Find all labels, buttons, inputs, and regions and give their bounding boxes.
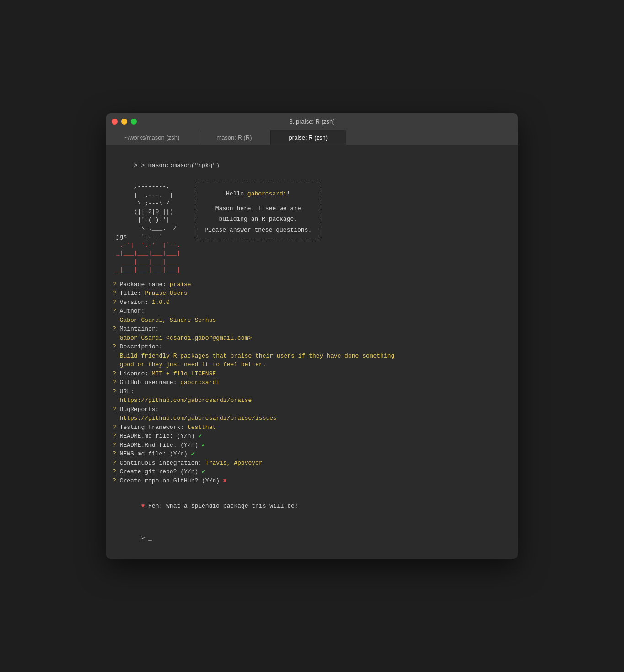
- qa-description-1: Build friendly R packages that praise th…: [113, 352, 511, 361]
- ascii-line-5: |'-(_)-'|: [113, 216, 180, 224]
- bubble-greeting: Hello gaborcsardi!: [204, 189, 312, 199]
- username: gaborcsardi: [247, 190, 287, 197]
- qa-maintainer-value: Gabor Csardi <csardi.gabor@gmail.com>: [113, 334, 511, 343]
- final-message-section: ♥ Heh! What a splendid package this will…: [113, 493, 511, 520]
- minimize-button[interactable]: [121, 119, 127, 125]
- qa-url-label: ? URL:: [113, 387, 511, 396]
- final-prompt-section: > _: [113, 525, 511, 552]
- ascii-line-8: .-'| '.-' |`--.: [113, 241, 180, 249]
- terminal-body: > > mason::mason("rpkg") ,--------, | .-…: [106, 145, 518, 559]
- qa-readme-rmd: ? README.Rmd file: (Y/n) ✔: [113, 441, 511, 450]
- final-prompt-line: > _: [113, 525, 511, 552]
- final-message: ♥ Heh! What a splendid package this will…: [113, 493, 511, 520]
- ascii-line-11: _|___|___|___|___|: [113, 266, 180, 274]
- close-button[interactable]: [112, 119, 118, 125]
- qa-github-repo: ? Create repo on GitHub? (Y/n) ✖: [113, 477, 511, 486]
- qa-license: ? License: MIT + file LICENSE: [113, 369, 511, 379]
- maximize-button[interactable]: [131, 119, 137, 125]
- ascii-line-3: \ ;---\ /: [113, 200, 180, 208]
- qa-author-value: Gabor Csardi, Sindre Sorhus: [113, 316, 511, 325]
- qa-github-username: ? GitHub username: gaborcsardi: [113, 378, 511, 387]
- final-prompt-char: >: [141, 535, 148, 542]
- ascii-section: ,--------, | .---. | \ ;---\ / (|| 0|0 |…: [113, 183, 511, 274]
- qa-bugreports-value: https://github.com/gaborcsardi/praise/is…: [113, 414, 511, 423]
- qa-git-repo: ? Create git repo? (Y/n) ✔: [113, 467, 511, 477]
- heart-icon: ♥: [141, 503, 148, 509]
- qa-author-label: ? Author:: [113, 307, 511, 316]
- tab-praise[interactable]: praise: R (zsh): [271, 130, 347, 145]
- qa-title: ? Title: Praise Users: [113, 289, 511, 298]
- qa-version: ? Version: 1.0.0: [113, 298, 511, 307]
- terminal-window: 3. praise: R (zsh) ~/works/mason (zsh) m…: [106, 113, 518, 559]
- qa-testing: ? Testing framework: testthat: [113, 423, 511, 432]
- ascii-line-9: _|___|___|___|___|: [113, 249, 180, 258]
- ascii-line-1: ,--------,: [113, 183, 180, 191]
- tab-works[interactable]: ~/works/mason (zsh): [106, 130, 198, 145]
- qa-maintainer-label: ? Maintainer:: [113, 325, 511, 334]
- ascii-art: ,--------, | .---. | \ ;---\ / (|| 0|0 |…: [113, 183, 180, 274]
- prompt-line: > > mason::mason("rpkg"): [113, 152, 511, 179]
- qa-news-md: ? NEWS.md file: (Y/n) ✔: [113, 450, 511, 459]
- ascii-line-7: jgs '.- .': [113, 233, 180, 241]
- ascii-line-4: (|| 0|0 ||): [113, 208, 180, 216]
- qa-url-value: https://github.com/gaborcsardi/praise: [113, 396, 511, 405]
- qa-description-2: good or they just need it to feel better…: [113, 360, 511, 369]
- cursor: _: [148, 535, 152, 542]
- qa-bugreports-label: ? BugReports:: [113, 405, 511, 414]
- window-title: 3. praise: R (zsh): [290, 118, 335, 125]
- ascii-line-2: | .---. |: [113, 191, 180, 200]
- qa-readme-md: ? README.md file: (Y/n) ✔: [113, 432, 511, 441]
- ascii-line-10: ___|___|___|___: [113, 258, 180, 266]
- qa-ci: ? Continuous integration: Travis, Appvey…: [113, 459, 511, 468]
- qa-package-name: ? Package name: praise: [113, 280, 511, 289]
- bubble-body: Mason here. I see we are building an R p…: [204, 203, 312, 235]
- qa-section: ? Package name: praise ? Title: Praise U…: [113, 280, 511, 486]
- command-text: > mason::mason("rpkg"): [141, 162, 220, 169]
- final-message-text: Heh! What a splendid package this will b…: [148, 503, 298, 509]
- speech-bubble: Hello gaborcsardi! Mason here. I see we …: [195, 183, 321, 241]
- qa-description-label: ? Description:: [113, 342, 511, 352]
- tab-bar: ~/works/mason (zsh) mason: R (R) praise:…: [106, 130, 518, 145]
- traffic-lights[interactable]: [112, 119, 137, 125]
- tab-mason[interactable]: mason: R (R): [198, 130, 270, 145]
- titlebar: 3. praise: R (zsh): [106, 113, 518, 130]
- ascii-line-6: \ .___. /: [113, 224, 180, 233]
- prompt-char: >: [134, 162, 141, 169]
